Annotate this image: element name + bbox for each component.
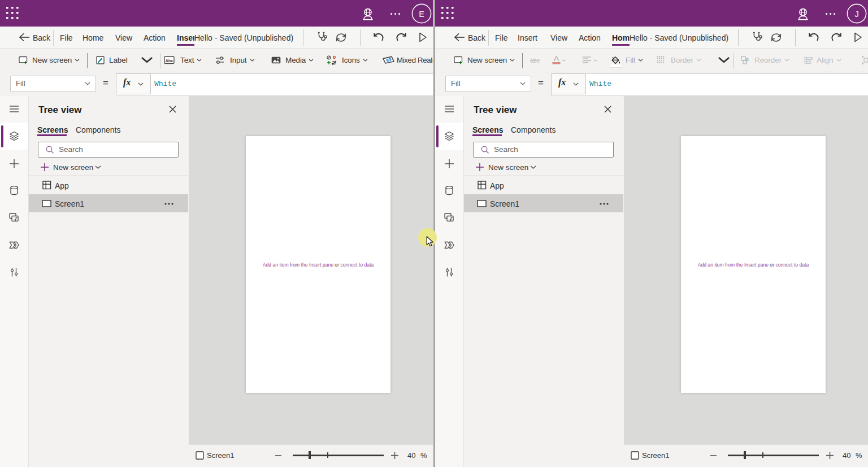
svg-text:m: m: [388, 58, 390, 62]
svg-text:E: E: [419, 10, 424, 19]
svg-text:Abc: Abc: [165, 58, 173, 63]
svg-text:J: J: [854, 10, 858, 19]
svg-text:A: A: [554, 54, 559, 63]
